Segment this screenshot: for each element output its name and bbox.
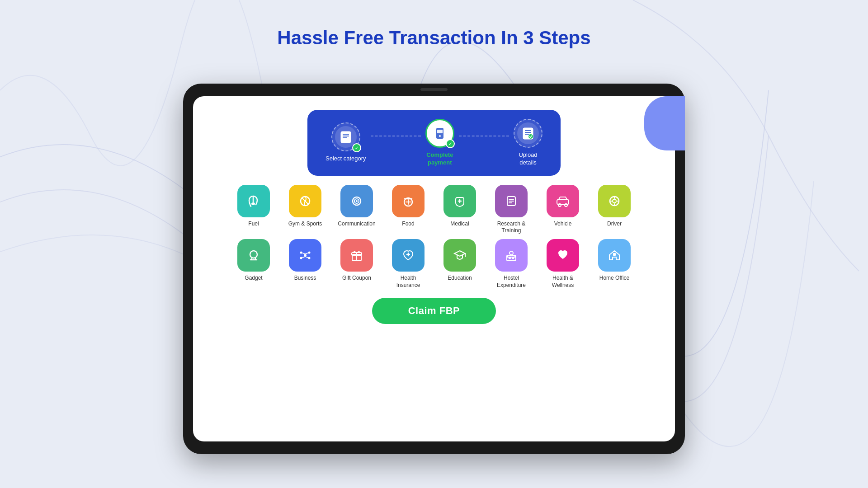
step-complete-payment: ✓ Completepayment — [425, 119, 454, 167]
category-icon-hostel — [495, 239, 528, 272]
svg-point-26 — [613, 199, 616, 203]
step-line-2 — [459, 136, 509, 136]
category-gadget[interactable]: Gadget — [231, 239, 276, 289]
category-label-gift: Gift Coupon — [342, 275, 371, 282]
category-icon-gift — [340, 239, 373, 272]
tablet-circle-decor — [644, 96, 685, 150]
category-label-driver: Driver — [607, 221, 622, 228]
steps-bar: ✓ Select category ✓ Comp — [307, 110, 561, 176]
category-label-gym: Gym & Sports — [288, 221, 322, 228]
step-line-1 — [371, 136, 421, 136]
svg-point-12 — [251, 202, 255, 205]
category-gift-coupon[interactable]: Gift Coupon — [334, 239, 379, 289]
svg-rect-47 — [509, 257, 511, 259]
category-icon-medical — [443, 185, 476, 217]
step-icon-upload-inner — [517, 122, 539, 144]
category-label-gadget: Gadget — [245, 275, 262, 282]
svg-rect-48 — [512, 257, 514, 259]
step-check-2: ✓ — [446, 139, 455, 148]
category-health-wellness[interactable]: Health &Wellness — [540, 239, 585, 289]
svg-point-34 — [300, 251, 302, 253]
tablet-frame: ✓ Select category ✓ Comp — [183, 84, 685, 454]
svg-point-49 — [509, 251, 513, 255]
category-icon-wellness — [547, 239, 579, 272]
category-education[interactable]: Education — [437, 239, 482, 289]
svg-line-39 — [305, 253, 308, 254]
step-upload-details: Uploaddetails — [514, 119, 542, 167]
category-label-education: Education — [448, 275, 472, 282]
tablet-camera — [420, 88, 448, 91]
svg-rect-50 — [613, 253, 616, 256]
category-icon-gym — [289, 185, 321, 217]
step-label-3: Uploaddetails — [519, 151, 537, 167]
category-icon-gadget — [237, 239, 270, 272]
category-research-training[interactable]: Research &Training — [489, 185, 534, 235]
step-label-2: Completepayment — [426, 151, 453, 167]
category-label-medical: Medical — [450, 221, 469, 228]
svg-rect-5 — [437, 130, 443, 133]
category-label-hostel: HostelExpenditure — [497, 275, 526, 289]
category-medical[interactable]: Medical — [437, 185, 482, 235]
tablet-screen: ✓ Select category ✓ Comp — [193, 96, 675, 441]
category-health-insurance[interactable]: HealthInsurance — [386, 239, 431, 289]
category-icon-communication — [340, 185, 373, 217]
category-label-fuel: Fuel — [248, 221, 259, 228]
step-icon-payment: ✓ — [425, 119, 454, 148]
category-driver[interactable]: Driver — [592, 185, 637, 235]
page-title: Hassle Free Transaction In 3 Steps — [0, 0, 868, 49]
svg-rect-0 — [341, 131, 351, 143]
step-label-1: Select category — [326, 155, 366, 163]
category-icon-fuel — [237, 185, 270, 217]
category-home-office[interactable]: Home Office — [592, 239, 637, 289]
category-gym-sports[interactable]: Gym & Sports — [283, 185, 328, 235]
svg-point-35 — [308, 251, 311, 253]
category-fuel[interactable]: Fuel — [231, 185, 276, 235]
category-label-wellness: Health &Wellness — [552, 275, 574, 289]
category-icon-home-office — [598, 239, 631, 272]
category-label-research: Research &Training — [497, 221, 526, 235]
claim-fbp-button[interactable]: Claim FBP — [372, 298, 496, 324]
svg-point-11 — [528, 134, 533, 139]
category-hostel[interactable]: HostelExpenditure — [489, 239, 534, 289]
svg-point-33 — [304, 254, 307, 257]
step-select-category: ✓ Select category — [326, 122, 366, 163]
category-icon-vehicle — [547, 185, 579, 217]
step-check-1: ✓ — [352, 143, 361, 152]
category-vehicle[interactable]: Vehicle — [540, 185, 585, 235]
category-label-vehicle: Vehicle — [554, 221, 572, 228]
category-label-food: Food — [402, 221, 414, 228]
svg-point-16 — [356, 200, 358, 202]
svg-point-36 — [300, 257, 302, 259]
svg-line-40 — [302, 257, 305, 258]
category-label-communication: Communication — [338, 221, 375, 228]
step-icon-upload — [514, 119, 542, 148]
category-food[interactable]: Food — [386, 185, 431, 235]
category-communication[interactable]: Communication — [334, 185, 379, 235]
category-label-health-ins: HealthInsurance — [396, 275, 420, 289]
svg-point-6 — [439, 135, 441, 137]
category-label-home-office: Home Office — [599, 275, 629, 282]
category-business[interactable]: Business — [283, 239, 328, 289]
svg-line-41 — [305, 257, 308, 258]
category-icon-health-insurance — [392, 239, 425, 272]
category-icon-driver — [598, 185, 631, 217]
category-icon-business — [289, 239, 321, 272]
category-icon-education — [443, 239, 476, 272]
svg-point-37 — [308, 257, 311, 259]
category-icon-research — [495, 185, 528, 217]
categories-row-2: Gadget Busine — [193, 239, 675, 289]
svg-line-38 — [302, 253, 305, 254]
category-label-business: Business — [294, 275, 316, 282]
step-icon-select: ✓ — [331, 122, 360, 151]
category-icon-food — [392, 185, 425, 217]
svg-point-31 — [250, 251, 257, 258]
categories-row-1: Fuel Gym & Sports — [193, 185, 675, 235]
